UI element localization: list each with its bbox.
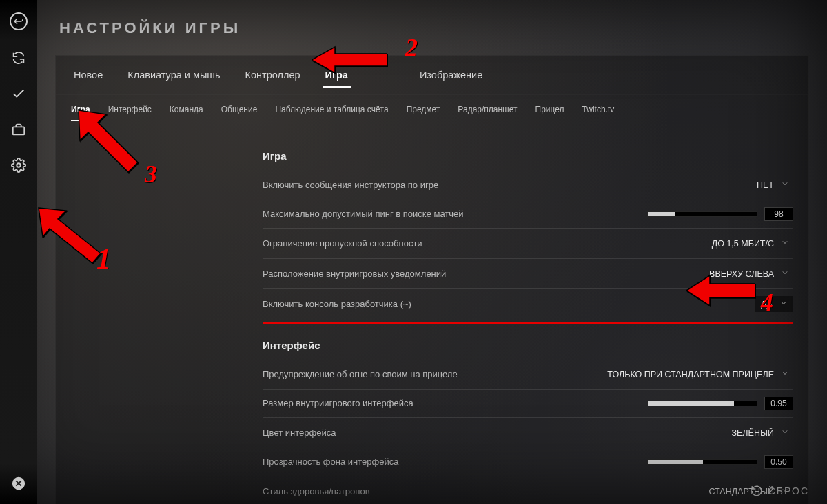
section-interface: Интерфейс Предупреждение об огне по свои…: [263, 339, 793, 504]
dropdown-value: ДА: [761, 300, 773, 309]
section-title: Интерфейс: [263, 339, 793, 351]
tab-game[interactable]: Игра: [323, 65, 351, 87]
tabs-sub: Игра Интерфейс Команда Общение Наблюдени…: [56, 95, 808, 128]
svg-rect-0: [13, 127, 25, 134]
subtab-item[interactable]: Предмет: [407, 102, 440, 121]
subtab-twitch[interactable]: Twitch.tv: [582, 102, 615, 121]
back-icon[interactable]: [10, 12, 28, 30]
row-hud-alpha: Прозрачность фона интерфейса 0.50: [263, 448, 793, 476]
settings-content: Игра Включить сообщения инструктора по и…: [56, 128, 808, 323]
row-label: Цвет интерфейса: [263, 427, 336, 439]
row-ff-warning: Предупреждение об огне по своим на прице…: [263, 359, 793, 390]
dropdown-notification-pos[interactable]: ВВЕРХУ СЛЕВА: [705, 266, 793, 282]
ping-value: 98: [764, 207, 793, 221]
subtab-spectate[interactable]: Наблюдение и таблица счёта: [275, 102, 388, 121]
page-title: НАСТРОЙКИ ИГРЫ: [55, 0, 809, 55]
subtab-label: Интерфейс: [108, 105, 152, 114]
tab-keyboard[interactable]: Клавиатура и мышь: [125, 65, 223, 87]
dropdown-value: ВВЕРХУ СЛЕВА: [709, 269, 774, 279]
tab-new[interactable]: Новое: [71, 65, 105, 87]
row-label: Размер внутриигрового интерфейса: [263, 397, 414, 410]
reset-label: СБРОС: [768, 485, 809, 496]
inventory-icon[interactable]: [10, 121, 27, 138]
settings-icon[interactable]: [10, 157, 27, 174]
hud-scale-value: 0.95: [764, 397, 793, 410]
row-instructor: Включить сообщения инструктора по игре Н…: [263, 170, 793, 200]
settings-panel: Новое Клавиатура и мышь Контроллер Игра …: [55, 55, 809, 504]
row-dev-console: Включить консоль разработчика (~) ДА: [263, 289, 793, 319]
slider-control: 0.50: [647, 455, 793, 469]
main: НАСТРОЙКИ ИГРЫ Новое Клавиатура и мышь К…: [37, 0, 827, 504]
svg-point-1: [17, 163, 21, 167]
subtab-radar[interactable]: Радар/планшет: [458, 102, 517, 121]
row-label: Прозрачность фона интерфейса: [263, 456, 398, 468]
slider-control: 98: [647, 207, 793, 221]
slider-hud-alpha[interactable]: [647, 459, 757, 465]
section-game: Игра Включить сообщения инструктора по и…: [263, 150, 793, 319]
row-bandwidth: Ограничение пропускной способности ДО 1,…: [263, 229, 793, 259]
subtab-comm[interactable]: Общение: [221, 102, 258, 121]
tab-controller[interactable]: Контроллер: [243, 65, 303, 87]
chevron-down-icon: [781, 369, 789, 379]
row-label: Включить сообщения инструктора по игре: [263, 179, 438, 191]
settings-content-2: Интерфейс Предупреждение об огне по свои…: [56, 339, 808, 504]
dropdown-value: НЕТ: [757, 180, 774, 190]
row-hud-color: Цвет интерфейса ЗЕЛЁНЫЙ: [263, 418, 793, 448]
row-label: Включить консоль разработчика (~): [263, 298, 411, 311]
dropdown-bandwidth[interactable]: ДО 1,5 МБИТ/С: [708, 235, 793, 251]
sidebar: [0, 0, 37, 504]
dropdown-hud-color[interactable]: ЗЕЛЁНЫЙ: [727, 425, 793, 441]
subtab-label: Twitch.tv: [582, 105, 615, 114]
subtab-label: Радар/планшет: [458, 105, 517, 114]
row-label: Расположение внутриигровых уведомлений: [263, 268, 446, 280]
subtab-game[interactable]: Игра: [71, 102, 90, 121]
chevron-down-icon: [781, 238, 789, 249]
tab-display[interactable]: Изображение: [417, 65, 485, 87]
row-label: Максимально допустимый пинг в поиске мат…: [263, 208, 464, 220]
check-icon[interactable]: [10, 85, 27, 102]
row-health-style: Стиль здоровья/патронов СТАНДАРТНЫЙ: [263, 476, 793, 504]
reset-button[interactable]: СБРОС: [751, 485, 809, 497]
subtab-team[interactable]: Команда: [170, 102, 203, 121]
subtab-label: Игра: [71, 105, 90, 114]
subtab-label: Прицел: [535, 105, 564, 114]
tab-label: Клавиатура и мышь: [127, 70, 220, 81]
tabs-main: Новое Клавиатура и мышь Контроллер Игра …: [56, 56, 808, 95]
subtab-label: Команда: [170, 105, 203, 114]
subtab-label: Предмет: [407, 105, 440, 114]
tab-label: Контроллер: [245, 70, 300, 81]
chevron-down-icon: [781, 269, 789, 279]
tab-label: Игра: [325, 70, 348, 81]
row-notification-pos: Расположение внутриигровых уведомлений В…: [263, 259, 793, 289]
subtab-interface[interactable]: Интерфейс: [108, 102, 152, 121]
row-hud-scale: Размер внутриигрового интерфейса 0.95: [263, 390, 793, 418]
subtab-label: Общение: [221, 105, 258, 114]
dropdown-value: ЗЕЛЁНЫЙ: [731, 428, 774, 438]
dropdown-instructor[interactable]: НЕТ: [753, 177, 793, 193]
row-label: Ограничение пропускной способности: [263, 238, 422, 250]
section-title: Игра: [263, 150, 793, 162]
slider-control: 0.95: [647, 397, 793, 410]
tab-label: Изображение: [420, 70, 482, 81]
highlight-underline: [263, 322, 793, 324]
close-icon[interactable]: [10, 475, 27, 492]
slider-ping[interactable]: [647, 211, 757, 217]
reset-icon: [751, 485, 763, 497]
chevron-down-icon: [781, 180, 789, 190]
dropdown-value: ДО 1,5 МБИТ/С: [712, 239, 774, 249]
dropdown-ff-warning[interactable]: ТОЛЬКО ПРИ СТАНДАРТНОМ ПРИЦЕЛЕ: [603, 366, 793, 382]
row-label: Стиль здоровья/патронов: [263, 485, 370, 498]
dropdown-value: ТОЛЬКО ПРИ СТАНДАРТНОМ ПРИЦЕЛЕ: [607, 370, 774, 379]
row-max-ping: Максимально допустимый пинг в поиске мат…: [263, 200, 793, 229]
refresh-icon[interactable]: [10, 50, 27, 66]
subtab-label: Наблюдение и таблица счёта: [275, 105, 388, 114]
hud-alpha-value: 0.50: [764, 455, 793, 469]
slider-hud-scale[interactable]: [647, 401, 757, 406]
tab-label: Новое: [74, 70, 103, 81]
chevron-down-icon: [781, 428, 789, 438]
chevron-down-icon: [779, 299, 788, 309]
row-label: Предупреждение об огне по своим на прице…: [263, 368, 458, 381]
subtab-crosshair[interactable]: Прицел: [535, 102, 564, 121]
dropdown-dev-console[interactable]: ДА: [755, 296, 793, 312]
